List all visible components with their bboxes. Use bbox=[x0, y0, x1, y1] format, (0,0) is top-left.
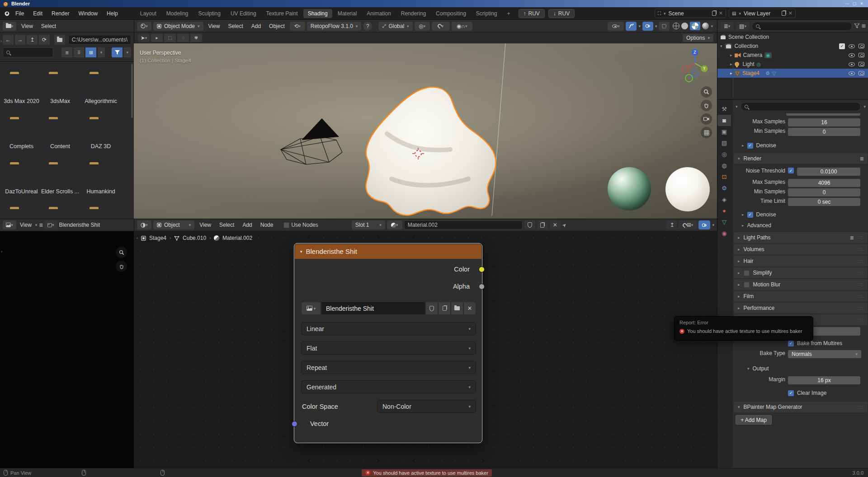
expand-icon[interactable]: ▸ bbox=[742, 223, 744, 228]
copy-image-icon[interactable] bbox=[438, 302, 451, 315]
select-box-icon[interactable]: ⬚ bbox=[164, 34, 176, 42]
display-size-dropdown[interactable]: ▾ bbox=[98, 47, 105, 57]
unlink-icon[interactable]: ✕ bbox=[719, 10, 723, 16]
tab-sculpting[interactable]: Sculpting bbox=[194, 9, 225, 18]
shading-solid-icon[interactable] bbox=[681, 23, 688, 29]
image-editor-menu-view[interactable]: View bbox=[18, 221, 33, 229]
tab-tool-icon[interactable]: ⚒ bbox=[717, 103, 731, 115]
viewport-menu-add[interactable]: Add bbox=[248, 22, 264, 30]
outliner-row-camera[interactable]: ▸ Camera ◉ bbox=[717, 51, 868, 60]
drag-grip-icon[interactable]: :::: bbox=[857, 294, 863, 299]
section-options-icon[interactable]: ≣ bbox=[850, 235, 854, 241]
tab-modeling[interactable]: Modeling bbox=[162, 9, 193, 18]
back-icon[interactable]: ← bbox=[3, 35, 14, 45]
viewport-menu-view[interactable]: View bbox=[205, 22, 223, 30]
pan-gizmo-icon[interactable] bbox=[116, 261, 127, 272]
editor-type-image-icon[interactable]: ▾ bbox=[3, 220, 16, 229]
new-folder-icon[interactable] bbox=[54, 35, 65, 45]
noise-threshold-field[interactable]: 0.0100 bbox=[797, 168, 860, 176]
drag-grip-icon[interactable]: :::: bbox=[857, 318, 863, 322]
folder-label[interactable]: 3ds Max 2020 bbox=[0, 98, 43, 104]
drag-grip-icon[interactable]: :::: bbox=[857, 259, 863, 263]
motion-blur-section-header[interactable]: ▸Motion Blur :::: bbox=[734, 279, 868, 290]
shader-menu-view[interactable]: View bbox=[196, 221, 214, 229]
image-selector-icon[interactable]: ▾ bbox=[45, 220, 57, 229]
drag-grip-icon[interactable]: :::: bbox=[857, 405, 863, 409]
region-expand-icon[interactable]: › bbox=[0, 39, 2, 43]
collapse-node-icon[interactable]: ▾ bbox=[300, 249, 302, 254]
filter-icon[interactable] bbox=[112, 47, 123, 57]
image-browse-icon[interactable]: ▾ bbox=[301, 302, 321, 315]
tab-animation[interactable]: Animation bbox=[362, 9, 395, 18]
tab-physics-icon[interactable]: ● bbox=[717, 205, 731, 216]
interpolation-dropdown[interactable]: Linear▾ bbox=[301, 322, 476, 335]
editor-type-file-browser-icon[interactable]: ▾ bbox=[3, 22, 16, 31]
tab-output-icon[interactable]: ▣ bbox=[717, 126, 731, 137]
breadcrumb-expand-icon[interactable]: › bbox=[137, 236, 138, 240]
toggle-xray-icon[interactable] bbox=[659, 22, 670, 31]
editor-type-shader-icon[interactable]: ▾ bbox=[137, 220, 151, 229]
editor-type-3d-viewport-icon[interactable]: ▾ bbox=[137, 22, 151, 31]
tab-shading[interactable]: Shading bbox=[303, 9, 332, 18]
tab-material-icon[interactable]: ◉ bbox=[717, 228, 731, 239]
bpainter-section-header[interactable]: ▾BPainter Map Generator :::: bbox=[734, 402, 868, 412]
parent-node-tree-icon[interactable]: ↥ bbox=[667, 220, 677, 229]
min-samples-field[interactable]: 0 bbox=[788, 128, 860, 136]
volumes-section-header[interactable]: ▸Volumes :::: bbox=[734, 244, 868, 255]
file-browser-menu-select[interactable]: Select bbox=[38, 22, 59, 30]
properties-nav-icon[interactable]: ▾ bbox=[736, 104, 738, 109]
drag-grip-icon[interactable]: :::: bbox=[857, 235, 863, 240]
refresh-icon[interactable]: ⟳ bbox=[39, 35, 50, 45]
folder-label[interactable]: Complets bbox=[0, 143, 43, 150]
folder-label[interactable]: Elder Scrolls ... bbox=[40, 188, 80, 195]
bake-type-dropdown[interactable]: Normals▾ bbox=[788, 350, 861, 358]
outliner-row-stage4-selected[interactable]: ▸ ▽ Stage4 ⚙ ▽ bbox=[717, 69, 868, 78]
tab-object-icon[interactable]: ⊡ bbox=[717, 171, 731, 182]
render-section-header[interactable]: ▾ Render ≣ bbox=[734, 153, 868, 164]
unlink-material-icon[interactable]: ✕ bbox=[550, 220, 561, 229]
clear-image-checkbox[interactable] bbox=[788, 390, 794, 396]
outliner-search-input[interactable] bbox=[752, 22, 852, 31]
section-options-icon[interactable]: ≣ bbox=[860, 156, 863, 162]
options-dropdown[interactable]: Options▾ bbox=[683, 34, 713, 42]
outliner-row-scene-collection[interactable]: Scene Collection bbox=[717, 33, 868, 42]
blender-menu-icon[interactable] bbox=[4, 10, 10, 16]
disclosure-open-icon[interactable]: ▾ bbox=[720, 44, 722, 48]
ruv-export-button[interactable]: ↑RUV bbox=[519, 9, 545, 18]
orientation-dropdown[interactable]: ⤢Global▾ bbox=[378, 22, 412, 31]
properties-options-icon[interactable]: ▾ bbox=[863, 104, 866, 109]
snapping-icon[interactable]: ▾ bbox=[432, 22, 450, 31]
material-name-field[interactable]: Material.002 bbox=[404, 220, 523, 229]
copy-icon[interactable] bbox=[782, 11, 786, 16]
folder-label[interactable]: DAZ 3D bbox=[80, 143, 122, 150]
menu-window[interactable]: Window bbox=[74, 9, 102, 18]
folder-label[interactable]: Allegorithmic bbox=[80, 98, 122, 104]
shader-editor-canvas[interactable]: › Stage4 › Cube.010 › Material.002 ▾ Ble… bbox=[134, 231, 717, 468]
new-material-copy-icon[interactable] bbox=[537, 220, 548, 229]
display-horizontal-list-icon[interactable]: ⠿ bbox=[74, 47, 85, 57]
tab-layout[interactable]: Layout bbox=[136, 9, 161, 18]
render-max-samples-field[interactable]: 4096 bbox=[788, 179, 860, 187]
disable-render-icon[interactable] bbox=[859, 53, 864, 57]
use-nodes-checkbox[interactable] bbox=[283, 222, 289, 228]
tab-uv-editing[interactable]: UV Editing bbox=[226, 9, 261, 18]
filter-options-dropdown[interactable]: ▾ bbox=[124, 47, 131, 57]
outliner-row-collection[interactable]: ▾ Collection bbox=[717, 42, 868, 51]
expand-icon[interactable]: ▸ bbox=[742, 143, 744, 148]
shading-wireframe-icon[interactable] bbox=[673, 23, 679, 29]
projection-dropdown[interactable]: Flat▾ bbox=[301, 341, 476, 355]
shader-menu-add[interactable]: Add bbox=[239, 221, 255, 229]
hide-eye-icon[interactable] bbox=[849, 53, 855, 57]
forward-icon[interactable]: → bbox=[15, 35, 26, 45]
denoise2-checkbox[interactable] bbox=[747, 212, 753, 218]
breadcrumb-material[interactable]: Material.002 bbox=[222, 235, 252, 241]
breadcrumb-mesh[interactable]: Cube.010 bbox=[183, 235, 206, 241]
tab-modifiers-icon[interactable]: ⚙ bbox=[717, 182, 731, 194]
shader-type-dropdown[interactable]: Object▾ bbox=[153, 220, 194, 229]
tab-view-layer-icon[interactable]: ▤ bbox=[717, 137, 731, 149]
performance-section-header[interactable]: ▸Performance :::: bbox=[734, 303, 868, 313]
close-icon[interactable]: ✕ bbox=[858, 1, 865, 6]
scrollbar[interactable] bbox=[131, 64, 133, 118]
disable-render-icon[interactable] bbox=[859, 44, 864, 48]
render-min-samples-field[interactable]: 0 bbox=[788, 188, 860, 196]
